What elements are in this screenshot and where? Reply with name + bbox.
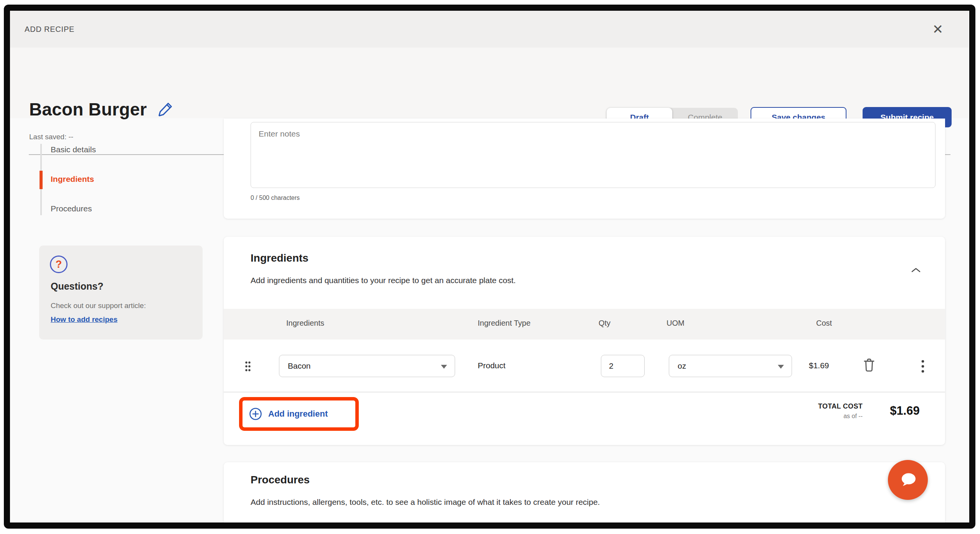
column-header-ingredient-type: Ingredient Type — [478, 319, 531, 328]
modal-topbar: ADD RECIPE ✕ — [10, 11, 968, 48]
cost-cell: $1.69 — [809, 361, 829, 370]
ingredient-select[interactable]: Bacon — [279, 355, 455, 377]
procedures-heading: Procedures — [251, 474, 310, 486]
ingredients-table-header: Ingredients Ingredient Type Qty UOM Cost — [224, 309, 945, 340]
modal-title: ADD RECIPE — [25, 11, 74, 48]
ingredients-heading: Ingredients — [251, 252, 309, 264]
total-cost-asof: as of -- — [776, 413, 863, 420]
recipe-header: Bacon Burger Last saved: -- Draft Comple… — [10, 48, 968, 118]
ingredients-subtitle: Add ingredients and quantities to your r… — [251, 276, 516, 285]
pencil-icon — [157, 101, 174, 117]
chevron-down-icon — [441, 365, 447, 369]
help-icon: ? — [50, 255, 68, 273]
help-card: ? Questions? Check out our support artic… — [39, 246, 203, 340]
sidebar-item-ingredients[interactable]: Ingredients — [51, 175, 94, 185]
sidebar-item-procedures[interactable]: Procedures — [51, 204, 92, 215]
add-recipe-modal: ADD RECIPE ✕ Bacon Burger Last saved: --… — [10, 11, 968, 522]
total-cost-block: TOTAL COST as of -- — [776, 402, 863, 420]
last-saved-label: Last saved: -- — [29, 133, 73, 141]
window-frame: ADD RECIPE ✕ Bacon Burger Last saved: --… — [4, 5, 975, 529]
kebab-menu-icon — [921, 359, 924, 373]
notes-char-count: 0 / 500 characters — [251, 194, 300, 201]
column-header-uom: UOM — [667, 319, 685, 328]
drag-handle[interactable] — [244, 360, 252, 374]
column-header-ingredients: Ingredients — [286, 319, 324, 328]
drag-dots-icon — [244, 360, 252, 372]
ingredient-select-value: Bacon — [288, 361, 311, 371]
uom-select-value: oz — [678, 361, 686, 371]
ingredients-section: Ingredients Add ingredients and quantiti… — [224, 237, 945, 445]
column-header-qty: Qty — [599, 319, 610, 328]
chevron-up-icon — [911, 267, 921, 273]
help-text: Check out our support article: — [51, 302, 146, 310]
ingredient-type-cell: Product — [478, 361, 505, 370]
add-ingredient-label: Add ingredient — [268, 409, 328, 419]
uom-select[interactable]: oz — [669, 355, 792, 377]
procedures-section: Procedures Add instructions, allergens, … — [224, 462, 945, 529]
sidebar-item-basic-details[interactable]: Basic details — [51, 145, 96, 156]
close-icon[interactable]: ✕ — [929, 21, 946, 38]
procedures-subtitle: Add instructions, allergens, tools, etc.… — [251, 498, 600, 507]
chat-bubble-icon — [896, 468, 919, 491]
add-ingredient-button[interactable]: Add ingredient — [243, 407, 328, 421]
notes-card: 0 / 500 characters — [224, 119, 945, 219]
recipe-title-row: Bacon Burger — [29, 99, 175, 120]
chevron-down-icon — [778, 365, 784, 369]
help-link[interactable]: How to add recipes — [51, 315, 117, 324]
chat-support-button[interactable] — [888, 460, 928, 500]
row-menu-button[interactable] — [917, 357, 928, 377]
total-cost-value: $1.69 — [876, 404, 934, 418]
recipe-title: Bacon Burger — [29, 99, 147, 120]
trash-icon — [862, 357, 876, 373]
column-header-cost: Cost — [816, 319, 832, 328]
table-row: Bacon Product oz $1.69 — [224, 340, 945, 392]
edit-title-button[interactable] — [157, 101, 175, 118]
total-cost-label: TOTAL COST — [776, 402, 863, 410]
add-ingredient-row: Add ingredient TOTAL COST as of -- $1.69 — [224, 392, 945, 445]
collapse-section-button[interactable] — [909, 265, 923, 276]
qty-input[interactable] — [601, 355, 645, 377]
highlight-annotation: Add ingredient — [239, 397, 359, 431]
plus-circle-icon — [249, 407, 262, 421]
sidebar-active-indicator — [40, 171, 43, 189]
notes-textarea[interactable] — [251, 122, 935, 188]
help-title: Questions? — [51, 281, 104, 292]
delete-row-button[interactable] — [862, 357, 876, 374]
